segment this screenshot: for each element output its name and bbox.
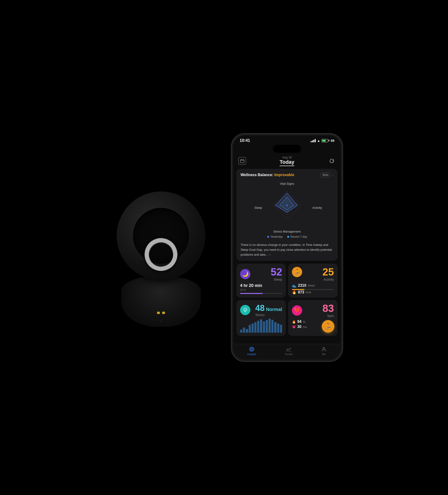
wellness-title: Wellness Balance: xyxy=(240,173,273,177)
stress-bar-9 xyxy=(263,321,265,333)
stress-bar-8 xyxy=(260,319,262,333)
chevron-right-icon: › xyxy=(332,173,334,177)
phone-content[interactable]: Wellness Balance: Improvable Beta › xyxy=(233,169,341,344)
radar-chart: Vital Signs Sleep Activity Stress Manage… xyxy=(240,180,334,240)
sleep-icon: 🌙 xyxy=(240,269,250,279)
stress-card[interactable]: 48 Normal Stress xyxy=(236,300,286,336)
tab-trends-label: Trends xyxy=(285,353,293,356)
stress-type-label: Stress xyxy=(255,313,282,317)
svg-marker-12 xyxy=(267,236,269,238)
sleep-label: Sleep xyxy=(271,278,282,281)
status-time: 10:41 xyxy=(240,138,250,143)
stress-values: 48 Normal Stress xyxy=(255,303,282,317)
dynamic-island xyxy=(273,145,301,153)
expand-icon[interactable]: ∨ xyxy=(269,253,271,256)
sleep-score: 52 xyxy=(271,267,282,277)
wellness-card[interactable]: Wellness Balance: Improvable Beta › xyxy=(236,169,338,261)
steps-row: 👟 2310 steps xyxy=(292,283,334,288)
stress-bar-10 xyxy=(266,320,268,333)
activity-fab-button[interactable]: 🏃 xyxy=(322,320,334,333)
phone-frame: 10:41 ▲ xyxy=(231,133,343,362)
stress-bar-11 xyxy=(268,319,271,333)
tab-insights[interactable]: Insights xyxy=(247,346,256,356)
wellness-title-row: Wellness Balance: Improvable xyxy=(240,173,294,177)
radar-svg xyxy=(268,187,306,225)
radar-label-vital: Vital Signs xyxy=(280,182,294,185)
stress-number: 48 xyxy=(255,303,265,313)
activity-top: 🏃 25 Activity xyxy=(292,267,334,281)
sleep-hr: 4 hr xyxy=(240,283,248,288)
heart-icon: ❤️ xyxy=(292,305,302,316)
nav-header: Aug 18 Today xyxy=(233,154,341,169)
status-bar: 10:41 ▲ xyxy=(233,135,341,145)
wellness-status: Improvable xyxy=(274,173,294,177)
heart-top-row: ❤️ 83 bpm xyxy=(292,303,334,318)
charger-dot xyxy=(160,320,162,322)
wellness-badge-row: Beta › xyxy=(321,173,334,177)
heart-values: 83 bpm xyxy=(322,303,334,318)
metrics-grid: 🌙 52 Sleep 4 hr 20 min xyxy=(236,264,338,336)
stress-bar-7 xyxy=(257,321,259,333)
recovery-unit: % xyxy=(303,320,306,324)
charger-pins xyxy=(157,312,165,314)
stress-bar-1 xyxy=(240,330,242,333)
stress-icon xyxy=(240,305,250,315)
wellness-desc: There is no obvious change in your condi… xyxy=(240,243,334,257)
tab-me[interactable]: Me xyxy=(321,346,327,356)
heartwave-icon: 💗 xyxy=(292,325,296,329)
battery-pct: 69 xyxy=(331,139,334,142)
sleep-sub: 4 hr 20 min /8 hr xyxy=(240,283,282,294)
sleep-goal: /8 hr xyxy=(240,288,282,292)
tab-insights-label: Insights xyxy=(247,353,256,356)
tab-bar: Insights Trends Me xyxy=(233,344,341,360)
nav-date: Aug 18 xyxy=(282,156,292,159)
charger-base xyxy=(121,275,201,327)
kcal-value: 873 xyxy=(298,290,304,294)
phone-screen: 10:41 ▲ xyxy=(233,135,341,360)
activity-card[interactable]: 🏃 25 Activity 👟 2310 steps xyxy=(288,264,338,298)
battery-icon xyxy=(322,139,329,142)
refresh-icon[interactable] xyxy=(328,157,336,165)
legend-recent: Recent 7-day xyxy=(287,235,307,238)
heart-card[interactable]: ❤️ 83 bpm 🔥 94 % xyxy=(288,300,338,336)
stress-bar-6 xyxy=(254,322,256,333)
calendar-icon[interactable] xyxy=(238,157,246,165)
steps-unit: steps xyxy=(308,284,315,287)
beta-badge: Beta xyxy=(321,173,331,177)
pin-2 xyxy=(162,312,165,314)
stress-bar-3 xyxy=(246,329,248,333)
bpm-value: 83 xyxy=(322,303,334,314)
sleep-top-row: 🌙 52 Sleep xyxy=(240,267,282,281)
activity-sub: 👟 2310 steps 🔥 873 kc xyxy=(292,283,334,294)
kcal-unit: kcal xyxy=(306,290,311,294)
tab-me-label: Me xyxy=(322,353,325,356)
radar-label-stress: Stress Management xyxy=(273,230,301,233)
radar-label-sleep: Sleep xyxy=(254,206,262,209)
phone: 10:41 ▲ xyxy=(231,133,343,362)
activity-value-col: 25 Activity xyxy=(322,267,334,281)
tab-trends[interactable]: Trends xyxy=(285,346,293,356)
ring-device xyxy=(105,154,217,364)
charger-inner xyxy=(133,208,189,264)
stress-level: Normal xyxy=(266,307,282,312)
svg-point-16 xyxy=(251,349,252,350)
radar-labels: Vital Signs Sleep Activity Stress Manage… xyxy=(257,182,317,233)
legend-yesterday: Yesterday xyxy=(267,235,283,238)
sleep-min: 20 min xyxy=(249,283,262,288)
status-right-icons: ▲ 69 xyxy=(310,139,334,142)
radar-label-activity: Activity xyxy=(312,206,322,209)
signal-icon xyxy=(310,139,316,142)
shoe-icon: 👟 xyxy=(292,283,296,288)
stress-top-row: 48 Normal Stress xyxy=(240,303,282,317)
nav-title-underline xyxy=(280,166,294,166)
sleep-card[interactable]: 🌙 52 Sleep 4 hr 20 min xyxy=(236,264,286,298)
hrv-value: 30 xyxy=(297,325,301,329)
wellness-header: Wellness Balance: Improvable Beta › xyxy=(240,173,334,177)
nav-title: Today xyxy=(280,159,294,165)
svg-marker-13 xyxy=(287,236,289,238)
activity-score: 25 xyxy=(322,267,334,277)
stress-bar-2 xyxy=(243,328,245,333)
kcal-row: 🔥 873 kcal xyxy=(292,290,334,294)
stress-bar-4 xyxy=(249,325,251,333)
stress-bar-chart xyxy=(240,319,282,333)
